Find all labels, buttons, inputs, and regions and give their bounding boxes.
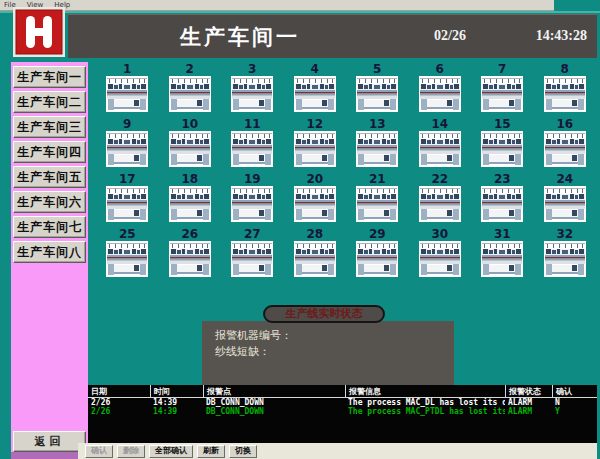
- machine-icon: [356, 131, 398, 167]
- machine-icon: [481, 241, 523, 277]
- machine-tile-8[interactable]: 8: [544, 63, 586, 118]
- machine-icon: [231, 131, 273, 167]
- alarm-cell: The process MAC_DL has lost its d...: [345, 398, 505, 407]
- machine-tile-5[interactable]: 5: [356, 63, 398, 118]
- machine-tile-15[interactable]: 15: [481, 118, 523, 173]
- realtime-status-panel: 报警机器编号：纱线短缺：: [202, 321, 454, 385]
- machine-tile-2[interactable]: 2: [169, 63, 211, 118]
- machine-tile-13[interactable]: 13: [356, 118, 398, 173]
- machine-number: 23: [494, 173, 511, 186]
- machine-number: 31: [494, 228, 511, 241]
- machine-tile-20[interactable]: 20: [294, 173, 336, 228]
- machine-number: 18: [181, 173, 198, 186]
- return-button[interactable]: 返回: [13, 431, 86, 452]
- alarm-cell: N: [552, 398, 597, 407]
- sidebar-footer-strip: [11, 452, 88, 459]
- machine-grid: 1 2: [96, 63, 596, 283]
- machine-tile-18[interactable]: 18: [169, 173, 211, 228]
- machine-icon: [294, 241, 336, 277]
- machine-icon: [106, 241, 148, 277]
- alarm-cell: DB_CONN_DOWN: [203, 398, 345, 407]
- machine-tile-10[interactable]: 10: [169, 118, 211, 173]
- machine-number: 10: [181, 118, 198, 131]
- machine-icon: [294, 186, 336, 222]
- machine-icon: [544, 186, 586, 222]
- machine-tile-11[interactable]: 11: [231, 118, 273, 173]
- toolbar-button-4[interactable]: 刷新: [197, 445, 225, 458]
- machine-icon: [544, 241, 586, 277]
- toolbar-button-1[interactable]: 确认: [85, 445, 113, 458]
- machine-tile-14[interactable]: 14: [419, 118, 461, 173]
- machine-icon: [356, 241, 398, 277]
- clock-display: 14:43:28: [536, 28, 587, 44]
- machine-tile-3[interactable]: 3: [231, 63, 273, 118]
- machine-icon: [106, 131, 148, 167]
- menu-bar: File View Help: [0, 0, 554, 11]
- machine-tile-19[interactable]: 19: [231, 173, 273, 228]
- machine-tile-28[interactable]: 28: [294, 228, 336, 283]
- machine-icon: [169, 186, 211, 222]
- alarm-row[interactable]: 2/2614:39DB_CONN_DOWNThe process MAC_PTD…: [88, 407, 597, 416]
- alarm-row[interactable]: 2/2614:39DB_CONN_DOWNThe process MAC_DL …: [88, 398, 597, 407]
- toolbar-button-2[interactable]: 删除: [117, 445, 145, 458]
- machine-tile-9[interactable]: 9: [106, 118, 148, 173]
- machine-icon: [231, 241, 273, 277]
- machine-icon: [294, 131, 336, 167]
- machine-tile-29[interactable]: 29: [356, 228, 398, 283]
- sidebar-item-workshop-8[interactable]: 生产车间八: [13, 241, 86, 263]
- sidebar-item-workshop-1[interactable]: 生产车间一: [13, 66, 86, 88]
- alarm-status-lines: 报警机器编号：纱线短缺：: [215, 328, 454, 360]
- machine-icon: [106, 76, 148, 112]
- machine-number: 5: [373, 63, 381, 76]
- alarm-cell: The process MAC_PTDL has lost its ...: [345, 407, 505, 416]
- workshop-sidebar: 生产车间一生产车间二生产车间三生产车间四生产车间五生产车间六生产车间七生产车间八…: [11, 62, 88, 459]
- sidebar-item-workshop-5[interactable]: 生产车间五: [13, 166, 86, 188]
- machine-tile-6[interactable]: 6: [419, 63, 461, 118]
- machine-tile-16[interactable]: 16: [544, 118, 586, 173]
- machine-tile-26[interactable]: 26: [169, 228, 211, 283]
- machine-tile-23[interactable]: 23: [481, 173, 523, 228]
- sidebar-item-workshop-7[interactable]: 生产车间七: [13, 216, 86, 238]
- machine-number: 13: [369, 118, 386, 131]
- machine-number: 7: [498, 63, 506, 76]
- title-bar: 生产车间一 02/26 14:43:28: [68, 14, 597, 58]
- machine-tile-27[interactable]: 27: [231, 228, 273, 283]
- machine-tile-1[interactable]: 1: [106, 63, 148, 118]
- machine-number: 4: [311, 63, 319, 76]
- column-header: 确认: [552, 385, 597, 397]
- status-line: 报警机器编号：: [215, 328, 454, 344]
- sidebar-item-workshop-3[interactable]: 生产车间三: [13, 116, 86, 138]
- machine-number: 9: [123, 118, 131, 131]
- status-line: 纱线短缺：: [215, 344, 454, 360]
- machine-tile-22[interactable]: 22: [419, 173, 461, 228]
- machine-tile-31[interactable]: 31: [481, 228, 523, 283]
- machine-tile-4[interactable]: 4: [294, 63, 336, 118]
- machine-number: 22: [431, 173, 448, 186]
- machine-tile-21[interactable]: 21: [356, 173, 398, 228]
- toolbar-button-5[interactable]: 切换: [229, 445, 257, 458]
- sidebar-item-workshop-4[interactable]: 生产车间四: [13, 141, 86, 163]
- line-status-tab[interactable]: 生产线实时状态: [263, 305, 385, 323]
- machine-number: 28: [306, 228, 323, 241]
- machine-number: 3: [248, 63, 256, 76]
- machine-number: 11: [244, 118, 261, 131]
- machine-icon: [481, 186, 523, 222]
- machine-number: 27: [244, 228, 261, 241]
- sidebar-item-workshop-2[interactable]: 生产车间二: [13, 91, 86, 113]
- machine-tile-17[interactable]: 17: [106, 173, 148, 228]
- machine-tile-25[interactable]: 25: [106, 228, 148, 283]
- sidebar-item-workshop-6[interactable]: 生产车间六: [13, 191, 86, 213]
- machine-number: 21: [369, 173, 386, 186]
- machine-tile-32[interactable]: 32: [544, 228, 586, 283]
- machine-icon: [294, 76, 336, 112]
- machine-tile-7[interactable]: 7: [481, 63, 523, 118]
- machine-icon: [544, 131, 586, 167]
- machine-tile-30[interactable]: 30: [419, 228, 461, 283]
- machine-tile-24[interactable]: 24: [544, 173, 586, 228]
- machine-tile-12[interactable]: 12: [294, 118, 336, 173]
- alarm-table-body: 2/2614:39DB_CONN_DOWNThe process MAC_DL …: [88, 398, 597, 416]
- machine-icon: [419, 186, 461, 222]
- toolbar-button-3[interactable]: 全部确认: [149, 445, 193, 458]
- alarm-cell: 14:39: [150, 407, 203, 416]
- machine-number: 30: [431, 228, 448, 241]
